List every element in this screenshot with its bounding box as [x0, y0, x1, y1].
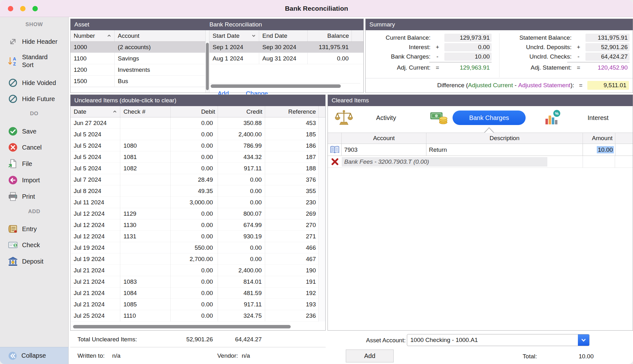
asset-row[interactable]: 1100 Savings — [71, 53, 205, 64]
sidebar-item-print[interactable]: Print — [0, 190, 68, 203]
uncleared-column-reference[interactable]: Reference — [265, 106, 319, 117]
check-number-cell — [120, 253, 171, 264]
written-to-label: Written to: — [77, 352, 105, 359]
reference-cell: 355 — [265, 185, 319, 196]
uncleared-row[interactable]: Jul 21 2024 0.00 2,400.00 190 — [71, 265, 325, 276]
cleared-column-account[interactable]: Account — [342, 133, 426, 144]
sidebar-label: Save — [22, 128, 37, 135]
window-title: Bank Reconciliation — [0, 0, 633, 17]
sidebar-item-import[interactable]: Import — [0, 173, 68, 187]
tab-bank-charges[interactable]: Bank Charges — [453, 111, 526, 125]
asset-column-account[interactable]: Account — [115, 30, 205, 41]
credit-cell: 324.75 — [218, 310, 265, 321]
bankrec-scrollbar-thumb[interactable] — [211, 84, 341, 88]
uncleared-column-check[interactable]: Check # — [120, 106, 171, 117]
reference-cell: 376 — [265, 174, 319, 185]
uncleared-footer-divider — [70, 347, 326, 347]
uncleared-row[interactable]: Jul 12 2024 1129 0.00 800.07 269 — [71, 208, 325, 219]
difference-value: 9,511.01 — [587, 81, 629, 90]
bank-charge-row[interactable]: 7903 Return 10.00 — [328, 144, 633, 156]
sidebar-item-cancel[interactable]: Cancel — [0, 140, 68, 154]
uncleared-column-debit[interactable]: Debit — [171, 106, 218, 117]
tab-interest[interactable]: Interest — [576, 111, 620, 125]
uncleared-row[interactable]: Jul 19 2024 550.00 0.00 466 — [71, 242, 325, 253]
debit-cell: 0.00 — [171, 299, 218, 310]
statement-balance-value: 131,975.91 — [585, 34, 630, 42]
date-cell: Jul 12 2024 — [71, 208, 120, 219]
uncleared-row[interactable]: Jul 5 2024 1082 0.00 917.11 188 — [71, 163, 325, 174]
sidebar-item-deposit[interactable]: Deposit — [0, 254, 68, 268]
add-charge-button[interactable]: Add — [346, 350, 394, 362]
sidebar-item-standard-sort[interactable]: AZ Standard Sort — [0, 52, 68, 70]
sidebar-item-hide-voided[interactable]: Hide Voided — [0, 76, 68, 90]
bankrec-column-balance[interactable]: Balance — [308, 30, 352, 41]
credit-cell: 0.00 — [218, 253, 265, 264]
delete-x-icon[interactable] — [331, 157, 339, 166]
sort-ascending-icon — [112, 109, 117, 114]
sidebar-item-hide-header[interactable]: Hide Header — [0, 35, 68, 48]
uncleared-horizontal-scrollbar[interactable] — [72, 325, 316, 329]
asset-scrollbar-thumb[interactable] — [206, 43, 209, 90]
bankrec-column-start-date[interactable]: Start Date — [209, 30, 259, 41]
check-number-cell: 1131 — [120, 231, 171, 242]
bankrec-row[interactable]: Aug 1 2024 Aug 31 2024 0.00 — [209, 53, 363, 64]
asset-account-dropdown[interactable]: 1000 Checking - 1000.A1 — [407, 334, 590, 346]
uncleared-row[interactable]: Jul 25 2024 1110 0.00 324.75 236 — [71, 310, 325, 321]
sidebar-item-entry[interactable]: Entry — [0, 222, 68, 236]
uncleared-row[interactable]: Jul 11 2024 3,000.00 0.00 230 — [71, 197, 325, 208]
reference-cell: 188 — [265, 163, 319, 174]
tab-activity[interactable]: Activity — [366, 111, 407, 125]
credit-cell: 800.07 — [218, 208, 265, 219]
sidebar: SHOW Hide Header AZ Standard Sort Hide V… — [0, 17, 69, 364]
uncleared-row[interactable]: Jul 8 2024 49.35 0.00 355 — [71, 185, 325, 197]
check-number-cell: 1085 — [120, 299, 171, 310]
sidebar-item-file[interactable]: File — [0, 157, 68, 171]
uncleared-column-credit[interactable]: Credit — [218, 106, 265, 117]
uncleared-row[interactable]: Jul 19 2024 2,700.00 0.00 467 — [71, 253, 325, 265]
written-to-value: n/a — [112, 352, 120, 359]
bankrec-row[interactable]: Sep 1 2024 Sep 30 2024 131,975.91 — [209, 42, 363, 53]
difference-prefix: Difference ( — [437, 82, 468, 89]
debit-cell: 0.00 — [171, 265, 218, 276]
uncleared-column-date[interactable]: Date — [71, 106, 120, 117]
uncleared-row[interactable]: Jul 7 2024 28.49 0.00 376 — [71, 174, 325, 185]
uncleared-vertical-scrollbar[interactable] — [318, 117, 325, 321]
sidebar-collapse-button[interactable]: Collapse — [0, 347, 68, 364]
cleared-column-description[interactable]: Description — [426, 133, 583, 144]
uncleared-row[interactable]: Jun 27 2024 0.00 350.88 453 — [71, 117, 325, 129]
asset-row[interactable]: 1200 Investments — [71, 64, 205, 76]
uncleared-row[interactable]: Jul 21 2024 1084 0.00 481.59 192 — [71, 287, 325, 299]
asset-vertical-scrollbar[interactable] — [205, 30, 209, 93]
uncleared-row[interactable]: Jul 12 2024 1130 0.00 674.99 270 — [71, 219, 325, 231]
check-number-cell: 1129 — [120, 208, 171, 219]
cleared-total-label: Total: — [485, 350, 537, 363]
uncleared-row[interactable]: Jul 21 2024 1083 0.00 814.01 191 — [71, 276, 325, 287]
date-cell: Jul 21 2024 — [71, 299, 120, 310]
uncleared-scrollbar-thumb[interactable] — [73, 325, 291, 328]
sidebar-item-hide-future[interactable]: Hide Future — [0, 92, 68, 106]
uncleared-row[interactable]: Jul 5 2024 0.00 2,400.00 185 — [71, 129, 325, 140]
asset-column-number[interactable]: Number — [71, 30, 115, 41]
current-balance-label: Current Balance: — [370, 34, 431, 41]
charge-amount-cell[interactable]: 10.00 — [583, 144, 615, 156]
sidebar-item-save[interactable]: Save — [0, 124, 68, 138]
bankrec-column-end-date[interactable]: End Date — [259, 30, 308, 41]
charge-description-cell[interactable]: Return — [426, 144, 583, 156]
cleared-column-amount[interactable]: Amount — [583, 133, 615, 144]
charge-account-cell[interactable]: 7903 — [342, 144, 426, 156]
uncleared-row[interactable]: Jul 21 2024 1085 0.00 917.11 193 — [71, 299, 325, 310]
dropdown-button[interactable] — [578, 334, 589, 346]
uncleared-row[interactable]: Jul 5 2024 1080 0.00 786.99 186 — [71, 140, 325, 151]
uncleared-row[interactable]: Jul 5 2024 1081 0.00 434.32 187 — [71, 151, 325, 163]
check-number-cell: 1080 — [120, 140, 171, 151]
bank-fees-note-row[interactable]: Bank Fees - 3200.7903.T (0.00) — [328, 156, 633, 168]
reference-cell: 236 — [265, 310, 319, 321]
unclrd-deposits-value: 52,901.26 — [585, 43, 630, 51]
svg-text:%: % — [555, 111, 559, 116]
bankrec-horizontal-scrollbar[interactable] — [210, 83, 360, 88]
asset-row[interactable]: 1500 Bus — [71, 76, 205, 87]
asset-row[interactable]: 1000 (2 accounts) — [71, 42, 205, 53]
sidebar-item-check[interactable]: $ Check — [0, 238, 68, 252]
credit-cell: 350.88 — [218, 117, 265, 128]
uncleared-row[interactable]: Jul 12 2024 1131 0.00 930.19 271 — [71, 231, 325, 242]
